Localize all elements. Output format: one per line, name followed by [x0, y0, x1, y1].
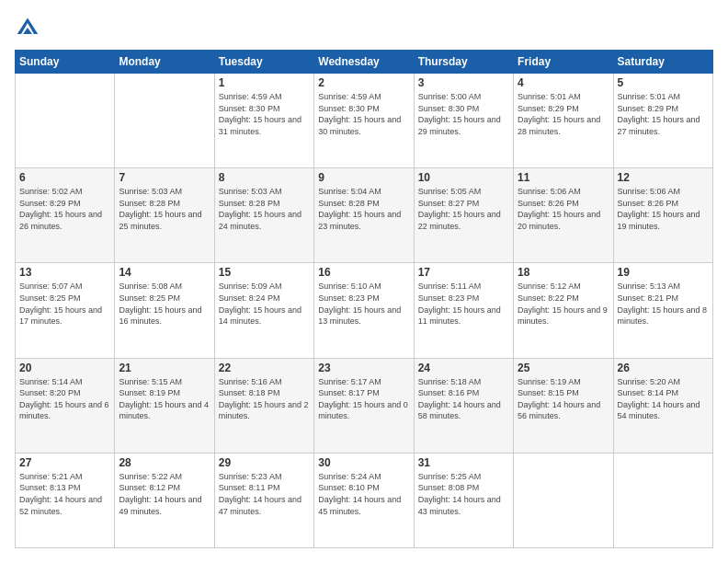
- day-info: Sunrise: 5:14 AM Sunset: 8:20 PM Dayligh…: [19, 376, 110, 422]
- calendar-table: SundayMondayTuesdayWednesdayThursdayFrid…: [15, 50, 713, 548]
- logo-icon: [15, 15, 40, 40]
- day-info: Sunrise: 5:23 AM Sunset: 8:11 PM Dayligh…: [219, 471, 310, 517]
- day-info: Sunrise: 5:01 AM Sunset: 8:29 PM Dayligh…: [518, 91, 609, 137]
- day-number: 24: [418, 362, 509, 374]
- day-number: 19: [618, 266, 709, 279]
- day-cell: [115, 74, 214, 168]
- day-cell: 12Sunrise: 5:06 AM Sunset: 8:26 PM Dayli…: [613, 168, 712, 263]
- day-cell: 2Sunrise: 4:59 AM Sunset: 8:30 PM Daylig…: [314, 74, 414, 168]
- week-row-3: 20Sunrise: 5:14 AM Sunset: 8:20 PM Dayli…: [16, 358, 713, 453]
- day-number: 7: [119, 171, 210, 184]
- day-number: 23: [318, 362, 409, 374]
- day-cell: 30Sunrise: 5:24 AM Sunset: 8:10 PM Dayli…: [314, 453, 414, 547]
- day-number: 29: [219, 456, 310, 469]
- day-number: 2: [318, 76, 409, 89]
- day-cell: [514, 453, 613, 547]
- day-info: Sunrise: 5:09 AM Sunset: 8:24 PM Dayligh…: [219, 281, 310, 327]
- day-info: Sunrise: 5:13 AM Sunset: 8:21 PM Dayligh…: [618, 281, 709, 327]
- day-info: Sunrise: 5:02 AM Sunset: 8:29 PM Dayligh…: [19, 186, 110, 232]
- week-row-4: 27Sunrise: 5:21 AM Sunset: 8:13 PM Dayli…: [16, 453, 713, 547]
- header-cell-monday: Monday: [115, 51, 214, 74]
- day-number: 25: [518, 362, 609, 374]
- day-number: 3: [418, 76, 509, 89]
- day-cell: 19Sunrise: 5:13 AM Sunset: 8:21 PM Dayli…: [613, 263, 712, 358]
- day-number: 6: [19, 171, 110, 184]
- day-cell: 11Sunrise: 5:06 AM Sunset: 8:26 PM Dayli…: [514, 168, 613, 263]
- day-cell: 8Sunrise: 5:03 AM Sunset: 8:28 PM Daylig…: [214, 168, 313, 263]
- day-info: Sunrise: 5:22 AM Sunset: 8:12 PM Dayligh…: [119, 471, 210, 517]
- day-cell: 29Sunrise: 5:23 AM Sunset: 8:11 PM Dayli…: [214, 453, 313, 547]
- day-info: Sunrise: 5:07 AM Sunset: 8:25 PM Dayligh…: [19, 281, 110, 327]
- day-cell: 1Sunrise: 4:59 AM Sunset: 8:30 PM Daylig…: [214, 74, 313, 168]
- day-info: Sunrise: 5:20 AM Sunset: 8:14 PM Dayligh…: [618, 376, 709, 422]
- header-cell-friday: Friday: [514, 51, 613, 74]
- day-cell: 9Sunrise: 5:04 AM Sunset: 8:28 PM Daylig…: [314, 168, 414, 263]
- day-info: Sunrise: 5:21 AM Sunset: 8:13 PM Dayligh…: [19, 471, 110, 517]
- day-cell: 10Sunrise: 5:05 AM Sunset: 8:27 PM Dayli…: [414, 168, 513, 263]
- day-info: Sunrise: 5:05 AM Sunset: 8:27 PM Dayligh…: [418, 186, 509, 232]
- week-row-0: 1Sunrise: 4:59 AM Sunset: 8:30 PM Daylig…: [16, 74, 713, 168]
- day-info: Sunrise: 5:01 AM Sunset: 8:29 PM Dayligh…: [618, 91, 709, 137]
- day-info: Sunrise: 5:19 AM Sunset: 8:15 PM Dayligh…: [518, 376, 609, 422]
- day-cell: 4Sunrise: 5:01 AM Sunset: 8:29 PM Daylig…: [514, 74, 613, 168]
- day-number: 17: [418, 266, 509, 279]
- day-cell: 28Sunrise: 5:22 AM Sunset: 8:12 PM Dayli…: [115, 453, 214, 547]
- header-cell-tuesday: Tuesday: [214, 51, 313, 74]
- day-cell: [16, 74, 115, 168]
- day-cell: 14Sunrise: 5:08 AM Sunset: 8:25 PM Dayli…: [115, 263, 214, 358]
- day-cell: 22Sunrise: 5:16 AM Sunset: 8:18 PM Dayli…: [214, 358, 313, 453]
- day-info: Sunrise: 5:12 AM Sunset: 8:22 PM Dayligh…: [518, 281, 609, 327]
- day-cell: 5Sunrise: 5:01 AM Sunset: 8:29 PM Daylig…: [613, 74, 712, 168]
- day-cell: [613, 453, 712, 547]
- day-number: 20: [19, 362, 110, 374]
- day-number: 10: [418, 171, 509, 184]
- day-number: 30: [318, 456, 409, 469]
- day-number: 22: [219, 362, 310, 374]
- day-info: Sunrise: 5:18 AM Sunset: 8:16 PM Dayligh…: [418, 376, 509, 422]
- day-info: Sunrise: 5:06 AM Sunset: 8:26 PM Dayligh…: [518, 186, 609, 232]
- header-cell-thursday: Thursday: [414, 51, 513, 74]
- day-info: Sunrise: 5:04 AM Sunset: 8:28 PM Dayligh…: [318, 186, 409, 232]
- day-cell: 6Sunrise: 5:02 AM Sunset: 8:29 PM Daylig…: [16, 168, 115, 263]
- day-cell: 7Sunrise: 5:03 AM Sunset: 8:28 PM Daylig…: [115, 168, 214, 263]
- header-cell-wednesday: Wednesday: [314, 51, 414, 74]
- day-cell: 24Sunrise: 5:18 AM Sunset: 8:16 PM Dayli…: [414, 358, 513, 453]
- day-cell: 26Sunrise: 5:20 AM Sunset: 8:14 PM Dayli…: [613, 358, 712, 453]
- day-cell: 13Sunrise: 5:07 AM Sunset: 8:25 PM Dayli…: [16, 263, 115, 358]
- day-info: Sunrise: 5:06 AM Sunset: 8:26 PM Dayligh…: [618, 186, 709, 232]
- header-row: SundayMondayTuesdayWednesdayThursdayFrid…: [16, 51, 713, 74]
- day-number: 11: [518, 171, 609, 184]
- header-cell-sunday: Sunday: [16, 51, 115, 74]
- day-number: 14: [119, 266, 210, 279]
- day-info: Sunrise: 5:24 AM Sunset: 8:10 PM Dayligh…: [318, 471, 409, 517]
- day-number: 16: [318, 266, 409, 279]
- day-number: 8: [219, 171, 310, 184]
- day-info: Sunrise: 5:15 AM Sunset: 8:19 PM Dayligh…: [119, 376, 210, 422]
- day-cell: 20Sunrise: 5:14 AM Sunset: 8:20 PM Dayli…: [16, 358, 115, 453]
- day-info: Sunrise: 5:08 AM Sunset: 8:25 PM Dayligh…: [119, 281, 210, 327]
- day-cell: 15Sunrise: 5:09 AM Sunset: 8:24 PM Dayli…: [214, 263, 313, 358]
- calendar-body: 1Sunrise: 4:59 AM Sunset: 8:30 PM Daylig…: [16, 74, 713, 548]
- day-number: 5: [618, 76, 709, 89]
- day-cell: 27Sunrise: 5:21 AM Sunset: 8:13 PM Dayli…: [16, 453, 115, 547]
- day-number: 15: [219, 266, 310, 279]
- day-number: 26: [618, 362, 709, 374]
- day-cell: 31Sunrise: 5:25 AM Sunset: 8:08 PM Dayli…: [414, 453, 513, 547]
- day-info: Sunrise: 5:10 AM Sunset: 8:23 PM Dayligh…: [318, 281, 409, 327]
- day-number: 28: [119, 456, 210, 469]
- header-cell-saturday: Saturday: [613, 51, 712, 74]
- week-row-2: 13Sunrise: 5:07 AM Sunset: 8:25 PM Dayli…: [16, 263, 713, 358]
- day-number: 4: [518, 76, 609, 89]
- day-cell: 18Sunrise: 5:12 AM Sunset: 8:22 PM Dayli…: [514, 263, 613, 358]
- day-info: Sunrise: 4:59 AM Sunset: 8:30 PM Dayligh…: [219, 91, 310, 137]
- day-number: 21: [119, 362, 210, 374]
- day-cell: 16Sunrise: 5:10 AM Sunset: 8:23 PM Dayli…: [314, 263, 414, 358]
- day-info: Sunrise: 4:59 AM Sunset: 8:30 PM Dayligh…: [318, 91, 409, 137]
- page: SundayMondayTuesdayWednesdayThursdayFrid…: [0, 0, 728, 563]
- header: [15, 15, 713, 40]
- day-cell: 21Sunrise: 5:15 AM Sunset: 8:19 PM Dayli…: [115, 358, 214, 453]
- day-info: Sunrise: 5:11 AM Sunset: 8:23 PM Dayligh…: [418, 281, 509, 327]
- week-row-1: 6Sunrise: 5:02 AM Sunset: 8:29 PM Daylig…: [16, 168, 713, 263]
- day-cell: 23Sunrise: 5:17 AM Sunset: 8:17 PM Dayli…: [314, 358, 414, 453]
- day-number: 9: [318, 171, 409, 184]
